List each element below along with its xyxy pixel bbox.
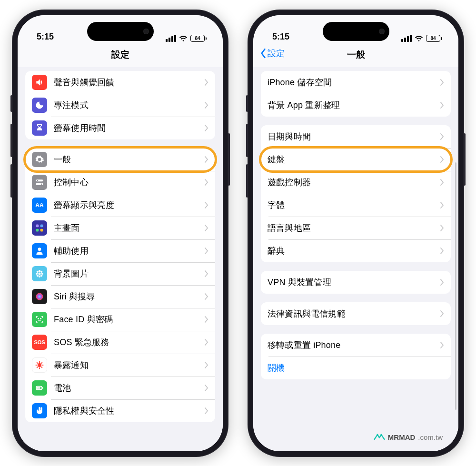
svg-point-14 [37, 271, 39, 273]
screen-left: 5:15 84 設定 聲音與觸覺回饋專注模式螢幕使用時間 一般控制中心AA螢幕顯… [18, 15, 223, 451]
chevron-right-icon [440, 223, 444, 234]
settings-row[interactable]: 鍵盤 [261, 148, 451, 171]
chevron-right-icon [440, 308, 444, 319]
row-label: 關機 [268, 362, 444, 374]
row-label: 字體 [268, 199, 440, 211]
grid-icon [32, 220, 47, 236]
chevron-right-icon [205, 246, 208, 257]
hourglass-icon [32, 120, 47, 136]
phone-mockup-right: 5:15 84 設定 一般 iPhone 儲存空間背景 App 重新整理 日期與… [248, 10, 464, 457]
settings-row[interactable]: 法律資訊與電信規範 [261, 302, 451, 325]
settings-row[interactable]: 字體 [261, 194, 451, 217]
row-label: 主畫面 [54, 222, 205, 234]
general-list[interactable]: iPhone 儲存空間背景 App 重新整理 日期與時間鍵盤遊戲控制器字體語言與… [253, 67, 458, 451]
row-label: 電池 [54, 382, 205, 394]
row-label: 背景 App 重新整理 [268, 99, 440, 111]
settings-row[interactable]: 聲音與觸覺回饋 [25, 71, 215, 94]
settings-group: VPN 與裝置管理 [261, 271, 451, 294]
settings-row[interactable]: 移轉或重置 iPhone [261, 334, 451, 357]
scrollbar[interactable] [455, 162, 456, 410]
row-label: 鍵盤 [268, 154, 440, 165]
svg-point-19 [38, 318, 39, 319]
settings-row[interactable]: VPN 與裝置管理 [261, 271, 451, 294]
row-label: 背景圖片 [54, 268, 205, 279]
phone-volume-down [10, 164, 12, 198]
chevron-right-icon [205, 177, 208, 188]
chevron-right-icon [440, 200, 444, 211]
row-label: VPN 與裝置管理 [268, 277, 440, 288]
row-label: iPhone 儲存空間 [268, 77, 440, 88]
chevron-right-icon [440, 177, 444, 188]
settings-row[interactable]: Face ID 與密碼 [25, 308, 215, 331]
sound-icon [32, 75, 47, 90]
phone-volume-up [246, 124, 248, 157]
settings-row[interactable]: 背景圖片 [25, 262, 215, 285]
phone-power-button [228, 133, 230, 186]
sos-icon: SOS [32, 335, 47, 350]
svg-line-27 [41, 367, 42, 368]
svg-point-11 [39, 276, 40, 278]
settings-row[interactable]: 隱私權與安全性 [25, 399, 215, 422]
settings-row[interactable]: 專注模式 [25, 94, 215, 117]
settings-row[interactable]: 語言與地區 [261, 217, 451, 239]
settings-row[interactable]: 電池 [25, 377, 215, 399]
settings-row[interactable]: 輔助使用 [25, 239, 215, 262]
cellular-signal-icon [166, 35, 176, 42]
status-time: 5:15 [272, 32, 289, 42]
settings-group: 日期與時間鍵盤遊戲控制器字體語言與地區辭典 [261, 125, 451, 262]
settings-row[interactable]: iPhone 儲存空間 [261, 71, 451, 94]
settings-row[interactable]: 背景 App 重新整理 [261, 94, 451, 117]
chevron-right-icon [205, 100, 208, 111]
settings-row[interactable]: Siri 與搜尋 [25, 285, 215, 308]
row-label: 螢幕使用時間 [54, 122, 205, 134]
chevron-right-icon [205, 291, 208, 302]
row-label: 辭典 [268, 245, 440, 257]
settings-row[interactable]: 關機 [261, 357, 451, 379]
settings-row[interactable]: 控制中心 [25, 171, 215, 194]
battery-indicator: 84 [426, 35, 442, 42]
settings-row[interactable]: 辭典 [261, 239, 451, 262]
settings-group: iPhone 儲存空間背景 App 重新整理 [261, 71, 451, 117]
svg-point-1 [37, 180, 39, 181]
back-label: 設定 [268, 48, 285, 59]
row-label: Face ID 與密碼 [54, 314, 205, 325]
row-label: Siri 與搜尋 [54, 291, 205, 302]
settings-row[interactable]: 一般 [25, 148, 215, 171]
status-time: 5:15 [37, 32, 54, 42]
svg-rect-4 [36, 225, 39, 228]
chevron-right-icon [440, 246, 444, 257]
screen-right: 5:15 84 設定 一般 iPhone 儲存空間背景 App 重新整理 日期與… [253, 15, 458, 451]
settings-group: 聲音與觸覺回饋專注模式螢幕使用時間 [25, 71, 215, 139]
virus-icon [32, 357, 47, 373]
settings-row[interactable]: 主畫面 [25, 217, 215, 239]
chevron-left-icon [260, 48, 267, 59]
settings-row[interactable]: 暴露通知 [25, 354, 215, 377]
row-label: 聲音與觸覺回饋 [54, 77, 205, 88]
battery-icon [32, 380, 47, 396]
chevron-right-icon [205, 200, 208, 211]
row-label: 專注模式 [54, 99, 205, 111]
back-button[interactable]: 設定 [260, 48, 285, 59]
settings-row[interactable]: 日期與時間 [261, 125, 451, 148]
settings-group: 一般控制中心AA螢幕顯示與亮度主畫面輔助使用背景圖片Siri 與搜尋Face I… [25, 148, 215, 422]
svg-line-29 [41, 362, 42, 364]
chevron-right-icon [205, 223, 208, 234]
settings-list[interactable]: 聲音與觸覺回饋專注模式螢幕使用時間 一般控制中心AA螢幕顯示與亮度主畫面輔助使用… [18, 67, 223, 451]
svg-point-15 [40, 271, 42, 273]
settings-row[interactable]: 遊戲控制器 [261, 171, 451, 194]
chevron-right-icon [205, 360, 208, 371]
svg-line-26 [37, 362, 38, 364]
svg-rect-7 [40, 229, 43, 232]
row-label: 輔助使用 [54, 245, 205, 257]
row-label: 法律資訊與電信規範 [268, 308, 440, 319]
chevron-right-icon [440, 77, 444, 88]
row-label: 日期與時間 [268, 131, 440, 142]
switches-icon [32, 175, 47, 190]
settings-row[interactable]: AA螢幕顯示與亮度 [25, 194, 215, 217]
svg-line-28 [37, 367, 38, 368]
page-title: 設定 [18, 49, 223, 61]
chevron-right-icon [205, 154, 208, 165]
svg-point-3 [41, 184, 42, 185]
settings-row[interactable]: SOSSOS 緊急服務 [25, 331, 215, 354]
settings-row[interactable]: 螢幕使用時間 [25, 117, 215, 139]
